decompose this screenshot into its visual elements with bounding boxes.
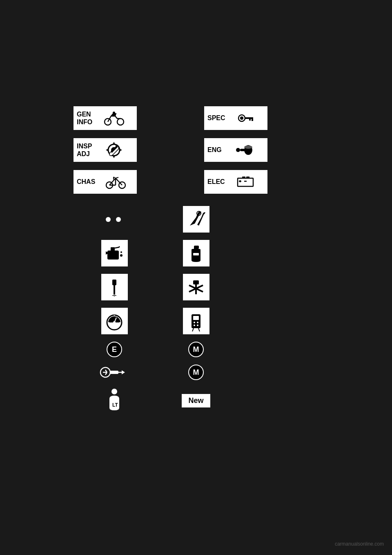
multimeter-box xyxy=(183,308,209,334)
eng-icon xyxy=(224,143,264,157)
watermark: carmanualsonline.com xyxy=(335,541,384,547)
svg-point-11 xyxy=(244,145,252,149)
elec-label: ELEC xyxy=(204,170,267,194)
svg-rect-37 xyxy=(193,253,199,255)
bottle-box xyxy=(183,240,209,266)
spec-icon xyxy=(228,112,264,124)
sym-gauge xyxy=(74,308,155,334)
oil-can-box xyxy=(101,240,128,266)
m-letter-2: M xyxy=(188,365,204,380)
svg-point-57 xyxy=(197,324,198,326)
svg-rect-53 xyxy=(193,316,199,320)
svg-point-4 xyxy=(240,116,243,120)
svg-point-2 xyxy=(113,112,115,114)
svg-point-29 xyxy=(106,217,111,222)
sym-tools-box xyxy=(155,206,237,233)
insp-adj-text: INSPADJ xyxy=(77,142,92,158)
spec-text: SPEC xyxy=(207,114,225,122)
insp-adj-label: INSPADJ xyxy=(74,138,137,162)
sym-lt-icon: LT xyxy=(74,387,155,414)
eng-text: ENG xyxy=(207,146,222,154)
svg-line-59 xyxy=(198,328,200,331)
elec-text: ELEC xyxy=(207,178,225,186)
sym-row-1 xyxy=(74,206,318,233)
svg-point-67 xyxy=(111,389,117,394)
sym-row-4 xyxy=(74,308,318,334)
svg-rect-7 xyxy=(249,119,251,121)
sym-row-7: LT New xyxy=(74,387,318,414)
svg-rect-32 xyxy=(107,251,119,260)
sym-new-label: New xyxy=(155,394,237,407)
sym-arrow xyxy=(74,365,155,380)
svg-rect-42 xyxy=(193,280,199,284)
sym-screwdriver xyxy=(74,274,155,300)
svg-point-13 xyxy=(236,148,240,152)
sym-oil-can xyxy=(74,240,155,266)
svg-text:LT: LT xyxy=(112,402,118,408)
svg-rect-64 xyxy=(110,371,118,374)
svg-rect-33 xyxy=(111,247,115,251)
insp-adj-icon xyxy=(94,141,134,159)
gen-info-icon xyxy=(95,110,134,126)
svg-rect-39 xyxy=(114,285,115,294)
sym-row-2 xyxy=(74,240,318,266)
svg-point-55 xyxy=(197,322,198,323)
gauge-box xyxy=(101,308,128,334)
new-box: New xyxy=(182,394,210,407)
content-area: GENINFO SPEC xyxy=(74,106,318,421)
sym-row-6: M xyxy=(74,365,318,380)
label-grid: GENINFO SPEC xyxy=(74,106,318,194)
page: GENINFO SPEC xyxy=(0,0,392,555)
svg-marker-66 xyxy=(122,370,125,374)
sym-row-5: E M xyxy=(74,342,318,357)
svg-rect-38 xyxy=(112,280,116,285)
tools-icon-box xyxy=(183,206,209,233)
sym-m-circle-2: M xyxy=(155,365,237,380)
hammer-cross-box xyxy=(183,274,209,300)
svg-point-54 xyxy=(194,322,195,323)
svg-rect-5 xyxy=(245,117,253,119)
gen-info-label: GENINFO xyxy=(74,106,137,130)
elec-icon xyxy=(227,175,264,189)
sym-m-circle-1: M xyxy=(155,342,237,357)
svg-point-56 xyxy=(194,324,195,326)
sym-hammer-cross xyxy=(155,274,237,300)
svg-rect-6 xyxy=(252,119,253,121)
chas-label: CHAS xyxy=(74,170,137,194)
eng-label: ENG xyxy=(204,138,267,162)
svg-point-30 xyxy=(116,217,121,222)
chas-text: CHAS xyxy=(77,178,95,186)
sym-bottle xyxy=(155,240,237,266)
e-letter: E xyxy=(107,342,122,357)
svg-point-34 xyxy=(120,254,122,257)
sym-e-circle: E xyxy=(74,342,155,357)
gen-info-text: GENINFO xyxy=(77,110,92,126)
m-letter-1: M xyxy=(188,342,204,357)
symbols-section: E M xyxy=(74,206,318,414)
svg-line-58 xyxy=(192,328,194,331)
svg-rect-25 xyxy=(246,177,249,179)
svg-point-35 xyxy=(120,251,122,253)
svg-point-1 xyxy=(117,119,124,125)
spec-label: SPEC xyxy=(204,106,267,130)
sym-multimeter xyxy=(155,308,237,334)
svg-rect-24 xyxy=(242,177,245,179)
svg-rect-12 xyxy=(240,149,248,151)
chas-icon xyxy=(98,174,134,190)
sym-dots xyxy=(74,213,155,226)
sym-row-3 xyxy=(74,274,318,300)
screwdriver-box xyxy=(101,274,128,300)
svg-line-22 xyxy=(116,177,118,178)
